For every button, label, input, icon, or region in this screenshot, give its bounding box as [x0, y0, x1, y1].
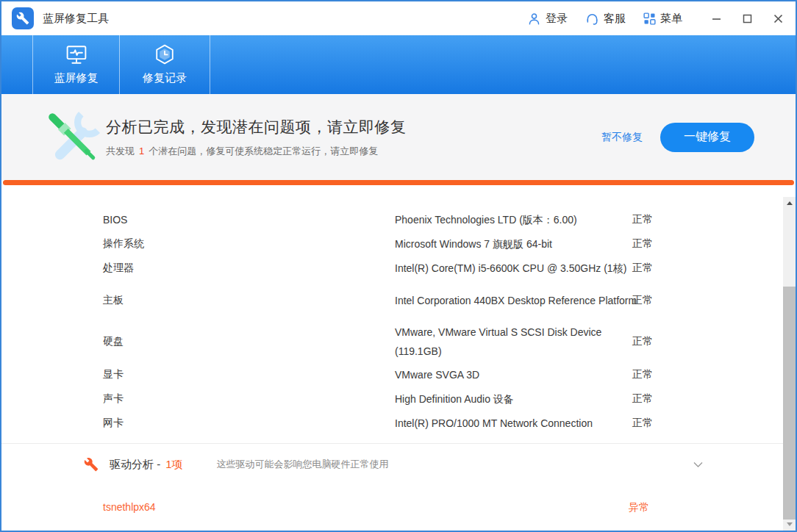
vertical-scrollbar[interactable] — [783, 197, 796, 531]
chevron-down-icon[interactable] — [693, 461, 703, 468]
driver-analysis-description: 这些驱动可能会影响您电脑硬件正常使用 — [217, 458, 389, 471]
summary-actions: 暂不修复 一键修复 — [601, 123, 754, 152]
orange-divider — [3, 180, 794, 185]
status-badge: 正常 — [632, 335, 676, 348]
summary-sub-prefix: 共发现 — [106, 145, 135, 157]
analysis-summary: 分析已完成，发现潜在问题项，请立即修复 共发现1个潜在问题，修复可使系统稳定正常… — [1, 94, 796, 180]
tab-repair-history[interactable]: 修复记录 — [120, 35, 210, 94]
hw-value: Intel(R) Core(TM) i5-6600K CPU @ 3.50GHz… — [395, 259, 641, 278]
user-icon — [527, 12, 541, 26]
grid-menu-icon — [643, 12, 656, 25]
hw-label: 声卡 — [103, 392, 395, 406]
driver-analysis-header[interactable]: 驱动分析 - 1项 这些驱动可能会影响您电脑硬件正常使用 — [1, 444, 796, 485]
status-badge: 正常 — [632, 368, 676, 381]
headset-icon — [585, 12, 599, 26]
support-button[interactable]: 客服 — [585, 12, 626, 26]
status-badge: 异常 — [629, 501, 649, 514]
driver-item-row: tsnethlpx64 异常 — [1, 485, 796, 514]
hw-value: High Definition Audio 设备 — [395, 389, 641, 409]
summary-text: 分析已完成，发现潜在问题项，请立即修复 共发现1个潜在问题，修复可使系统稳定正常… — [106, 117, 407, 158]
status-badge: 正常 — [632, 294, 676, 307]
driver-name: tsnethlpx64 — [103, 501, 629, 514]
wrench-logo-icon — [16, 12, 29, 25]
hw-label: 显卡 — [103, 368, 395, 381]
summary-subtitle: 共发现1个潜在问题，修复可使系统稳定正常运行，请立即修复 — [106, 145, 407, 158]
status-badge: 正常 — [632, 237, 676, 251]
status-badge: 正常 — [632, 213, 676, 226]
titlebar-actions: 登录 客服 菜单 — [527, 12, 784, 26]
triangle-down-icon — [787, 522, 793, 526]
scan-results: BIOS Phoenix Technologies LTD (版本：6.00) … — [1, 185, 796, 514]
one-click-fix-button[interactable]: 一键修复 — [660, 123, 754, 152]
hw-label: 网卡 — [103, 417, 395, 430]
tab-repair-history-label: 修复记录 — [143, 71, 187, 85]
table-row: 声卡 High Definition Audio 设备 正常 — [103, 387, 796, 411]
hw-value: VMware SVGA 3D — [395, 365, 641, 384]
monitor-pulse-icon — [65, 45, 87, 65]
table-row: 处理器 Intel(R) Core(TM) i5-6600K CPU @ 3.5… — [103, 256, 796, 280]
driver-analysis-title: 驱动分析 - — [110, 458, 160, 472]
driver-issue-count: 1项 — [165, 458, 182, 472]
title-bar: 蓝屏修复工具 登录 客服 菜单 — [1, 1, 796, 35]
scroll-down-button[interactable] — [783, 518, 796, 531]
support-label: 客服 — [604, 12, 626, 26]
nav-bar: 蓝屏修复 修复记录 — [1, 35, 796, 94]
hw-value: Microsoft Windows 7 旗舰版 64-bit — [395, 234, 641, 254]
tab-bluescreen-repair-label: 蓝屏修复 — [54, 71, 99, 85]
skip-repair-link[interactable]: 暂不修复 — [601, 131, 643, 144]
summary-title: 分析已完成，发现潜在问题项，请立即修复 — [106, 117, 407, 137]
table-row: 主板 Intel Corporation 440BX Desktop Refer… — [103, 280, 796, 321]
driver-analysis-section: 驱动分析 - 1项 这些驱动可能会影响您电脑硬件正常使用 tsnethlpx64… — [1, 443, 796, 514]
status-badge: 正常 — [632, 417, 676, 430]
menu-button[interactable]: 菜单 — [643, 12, 682, 26]
table-row: 硬盘 VMware, VMware Virtual S SCSI Disk De… — [103, 321, 796, 362]
table-row: 操作系统 Microsoft Windows 7 旗舰版 64-bit 正常 — [103, 231, 796, 256]
hw-label: BIOS — [103, 214, 395, 226]
tab-bluescreen-repair[interactable]: 蓝屏修复 — [33, 35, 120, 94]
hw-label: 操作系统 — [103, 237, 395, 251]
nav-spacer — [1, 35, 33, 94]
status-badge: 正常 — [632, 392, 676, 406]
hw-value: Intel(R) PRO/1000 MT Network Connection — [395, 414, 641, 433]
wrench-icon — [84, 457, 99, 472]
hw-value: VMware, VMware Virtual S SCSI Disk Devic… — [395, 323, 641, 361]
scroll-up-button[interactable] — [783, 197, 796, 209]
hardware-table: BIOS Phoenix Technologies LTD (版本：6.00) … — [1, 185, 796, 435]
hexagon-clock-icon — [154, 44, 175, 65]
summary-sub-suffix: 个潜在问题，修复可使系统稳定正常运行，请立即修复 — [149, 145, 378, 157]
hw-label: 处理器 — [103, 262, 395, 275]
hw-label: 硬盘 — [103, 335, 395, 348]
app-window: 蓝屏修复工具 登录 客服 菜单 — [0, 0, 797, 532]
triangle-up-icon — [787, 201, 793, 205]
table-row: 显卡 VMware SVGA 3D 正常 — [103, 362, 796, 387]
maximize-button[interactable] — [741, 12, 753, 24]
menu-label: 菜单 — [660, 12, 682, 26]
login-button[interactable]: 登录 — [527, 12, 568, 26]
status-badge: 正常 — [632, 262, 676, 275]
table-row: 网卡 Intel(R) PRO/1000 MT Network Connecti… — [103, 411, 796, 435]
table-row: BIOS Phoenix Technologies LTD (版本：6.00) … — [103, 207, 796, 231]
app-logo — [12, 7, 34, 29]
minimize-button[interactable] — [710, 12, 722, 24]
hw-label: 主板 — [103, 294, 395, 307]
tools-icon — [43, 107, 103, 168]
hw-value: Phoenix Technologies LTD (版本：6.00) — [395, 210, 641, 229]
login-label: 登录 — [546, 12, 568, 26]
scrollbar-thumb[interactable] — [783, 287, 796, 520]
close-button[interactable] — [772, 12, 784, 24]
window-controls — [710, 12, 784, 24]
hw-value: Intel Corporation 440BX Desktop Referenc… — [395, 291, 641, 310]
app-title: 蓝屏修复工具 — [43, 12, 109, 26]
issue-count: 1 — [139, 145, 144, 157]
